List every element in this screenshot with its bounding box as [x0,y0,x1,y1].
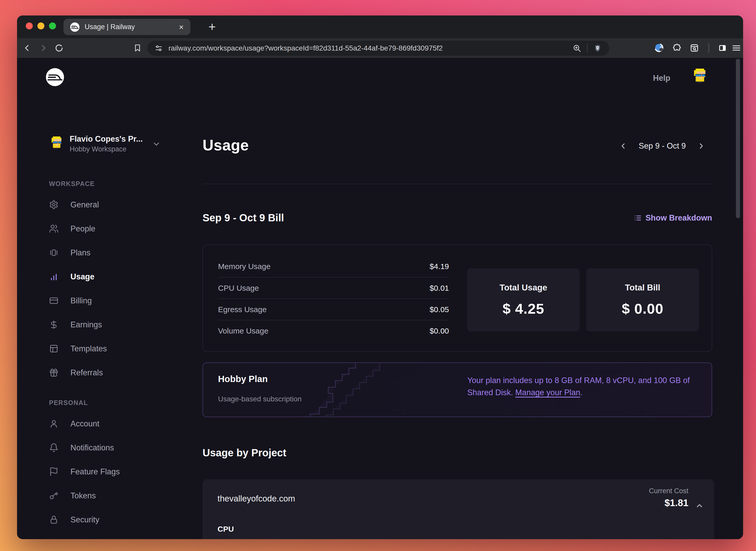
projects-heading: Usage by Project [203,447,286,459]
title-divider [203,184,712,184]
page-title: Usage [203,136,249,154]
sidebar-item-label: Templates [70,344,107,354]
prev-period-icon[interactable] [620,142,627,150]
reload-icon[interactable] [54,43,64,53]
back-icon[interactable] [23,44,32,52]
total-usage-card: Total Usage $ 4.25 [467,268,580,332]
page-scrollbar[interactable] [736,59,740,218]
dollar-icon [49,320,59,330]
railway-logo[interactable] [46,68,64,86]
sidebar-item-usage[interactable]: Usage [49,265,194,289]
window-close-button[interactable] [26,22,33,29]
bill-row-value: $0.00 [430,327,449,335]
railway-favicon [70,22,79,32]
project-name: thevalleyofcode.com [218,494,295,504]
sidebar: Flavio Copes's Pr... Hobby Workspace WOR… [49,134,194,532]
url-text[interactable]: railway.com/workspace/usage?workspaceId=… [168,44,567,52]
sidebar-item-label: General [70,200,99,209]
browser-window: Usage | Railway × + railway.com/workspac… [17,15,743,539]
sidebar-item-label: Security [70,515,99,524]
bill-heading: Sep 9 - Oct 9 Bill [203,212,284,224]
sidebar-item-label: Notifications [70,443,114,453]
browser-tab-bar: Usage | Railway × + [17,15,743,38]
total-bill-card: Total Bill $ 0.00 [586,268,699,332]
manage-plan-link[interactable]: Manage your Plan [515,388,580,397]
tab-search-icon[interactable] [689,43,699,53]
sidebar-item-referrals[interactable]: Referrals [49,361,194,385]
user-avatar[interactable] [691,69,708,86]
gear-icon [49,200,59,209]
sidebar-item-earnings[interactable]: Earnings [49,313,194,337]
forward-icon[interactable] [39,44,47,52]
brave-shields-icon[interactable] [593,44,602,53]
sidebar-toggle-icon[interactable] [718,43,727,53]
total-usage-value: $ 4.25 [503,300,544,317]
sidebar-item-label: Tokens [70,491,96,500]
sidebar-item-plans[interactable]: Plans [49,241,194,265]
credit-card-icon [49,296,59,306]
collapse-chevron-up-icon[interactable] [695,502,704,510]
user-icon [49,419,59,429]
bill-table: Memory Usage $4.19 CPU Usage $0.01 Egres… [218,255,449,341]
next-period-icon[interactable] [697,142,705,150]
toolbar-separator [708,42,710,54]
sidebar-item-people[interactable]: People [49,217,194,241]
sidebar-item-feature-flags[interactable]: Feature Flags [49,460,194,484]
current-cost-label: Current Cost [649,487,688,495]
password-manager-icon[interactable] [654,43,665,53]
chevron-down-icon [152,139,161,148]
sidebar-item-label: Billing [70,296,92,306]
lock-icon [49,515,59,524]
tab-close-icon[interactable]: × [179,23,184,31]
sidebar-item-label: Account [70,419,99,429]
sidebar-item-notifications[interactable]: Notifications [49,436,194,460]
sidebar-item-label: Usage [70,272,94,282]
sidebar-item-label: Feature Flags [70,467,120,476]
new-tab-button[interactable]: + [209,20,216,34]
site-settings-icon[interactable] [154,44,163,52]
address-bar[interactable]: railway.com/workspace/usage?workspaceId=… [147,41,609,56]
flag-icon [49,467,59,476]
bill-row-label: Memory Usage [218,262,271,271]
bill-row-value: $0.05 [430,305,449,314]
table-row: Volume Usage $0.00 [218,320,449,341]
help-link[interactable]: Help [653,73,670,83]
total-usage-label: Total Usage [499,283,547,293]
plan-name: Hobby Plan [218,374,268,384]
window-zoom-button[interactable] [49,22,56,29]
bill-row-value: $4.19 [430,262,449,271]
extensions-puzzle-icon[interactable] [672,43,682,53]
sidebar-item-label: Earnings [70,320,102,330]
plans-cards-icon [49,248,59,257]
workspace-name: Flavio Copes's Pr... [70,134,143,144]
workspace-avatar [49,136,64,151]
browser-tab[interactable]: Usage | Railway × [63,19,191,35]
pill-separator [587,44,588,53]
show-breakdown-link[interactable]: Show Breakdown [634,213,712,222]
sidebar-item-tokens[interactable]: Tokens [49,484,194,508]
bar-chart-icon [49,272,59,282]
current-cost-block: Current Cost $1.81 [649,487,688,508]
total-bill-value: $ 0.00 [622,300,664,317]
bill-row-value: $0.01 [430,284,449,293]
window-minimize-button[interactable] [37,22,44,29]
sidebar-item-billing[interactable]: Billing [49,289,194,313]
sidebar-section-personal: PERSONAL [49,399,194,407]
bill-row-label: CPU Usage [218,284,259,293]
bill-row-label: Egress Usage [218,305,267,314]
sidebar-item-account[interactable]: Account [49,412,194,436]
workspace-type: Hobby Workspace [70,145,143,153]
project-usage-card[interactable]: thevalleyofcode.com Current Cost $1.81 C… [203,479,714,539]
workspace-selector[interactable]: Flavio Copes's Pr... Hobby Workspace [49,134,194,153]
sidebar-section-workspace: WORKSPACE [49,180,194,187]
sidebar-item-general[interactable]: General [49,193,194,217]
tab-title: Usage | Railway [85,23,135,31]
bookmark-icon[interactable] [133,44,142,52]
zoom-page-icon[interactable] [573,44,581,53]
sidebar-item-label: People [70,224,95,233]
menu-hamburger-icon[interactable] [731,43,742,53]
stairs-graphic [295,363,398,417]
sidebar-item-templates[interactable]: Templates [49,337,194,361]
sidebar-item-security[interactable]: Security [49,508,194,532]
plan-description: Your plan includes up to 8 GB of RAM, 8 … [467,374,702,399]
